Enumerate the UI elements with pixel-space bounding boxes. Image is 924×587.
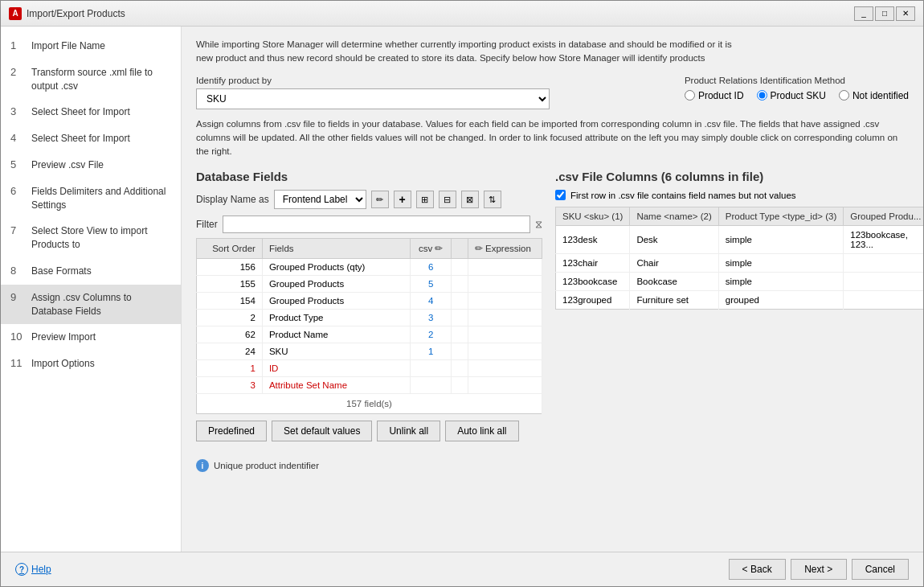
sort-order-cell: 156 — [197, 259, 263, 276]
radio-product-id-input[interactable] — [685, 90, 695, 101]
predefined-button[interactable]: Predefined — [196, 421, 267, 441]
sort-icon-button[interactable]: ⇅ — [484, 191, 501, 208]
sidebar-label-10: Preview Import — [31, 330, 96, 344]
csv-link[interactable]: 6 — [428, 262, 433, 272]
identify-left: Identify product by SKU Product ID Produ… — [196, 76, 652, 109]
csv-grouped-4 — [844, 291, 923, 310]
csv-grouped-2 — [844, 254, 923, 273]
expr-cell — [468, 259, 542, 276]
csv-name-1: Desk — [630, 226, 718, 254]
sidebar-item-4[interactable]: 4 Select Sheet for Import — [1, 125, 181, 152]
radio-not-identified[interactable]: Not identified — [839, 90, 909, 101]
sidebar-item-11[interactable]: 11 Import Options — [1, 351, 181, 377]
sidebar-item-6[interactable]: 6 Fields Delimiters and Additional Setti… — [1, 179, 181, 219]
auto-link-button[interactable]: Auto link all — [445, 421, 518, 441]
csv-grouped-1: 123bookcase, 123... — [844, 226, 923, 254]
csv-link[interactable]: 4 — [428, 296, 433, 306]
close-button[interactable]: ✕ — [896, 6, 915, 21]
cancel-button[interactable]: Cancel — [852, 559, 909, 580]
csv-sku-2: 123chair — [556, 254, 630, 273]
csv-cell: 5 — [411, 276, 452, 293]
csv-cell: 2 — [411, 326, 452, 343]
radio-product-sku-input[interactable] — [757, 90, 767, 101]
empty-cell — [452, 343, 468, 360]
edit-icon-button[interactable]: ✏ — [371, 191, 389, 208]
radio-product-id-label: Product ID — [698, 90, 744, 101]
radio-not-identified-input[interactable] — [839, 90, 849, 101]
sidebar-num-1: 1 — [10, 39, 25, 51]
identify-select[interactable]: SKU Product ID Product Name — [196, 88, 550, 109]
expr-cell — [468, 293, 542, 310]
display-name-row: Display Name as Frontend Label Attribute… — [196, 190, 542, 209]
sidebar-item-9[interactable]: 9 Assign .csv Columns to Database Fields — [1, 285, 181, 325]
maximize-button[interactable]: □ — [875, 6, 894, 21]
sidebar-item-5[interactable]: 5 Preview .csv File — [1, 152, 181, 179]
filter-input[interactable] — [223, 216, 530, 233]
nav-buttons: < Back Next > Cancel — [729, 559, 909, 580]
unique-hint: i Unique product indentifier — [196, 459, 319, 472]
csv-link[interactable]: 2 — [428, 330, 433, 339]
sidebar-num-10: 10 — [10, 330, 25, 343]
csv-table-header: SKU <sku> (1) Name <name> (2) Product Ty… — [556, 207, 924, 226]
sidebar-item-10[interactable]: 10 Preview Import — [1, 324, 181, 351]
identify-label: Identify product by — [196, 76, 652, 85]
csv-row-1: 123desk Desk simple 123bookcase, 123... — [556, 226, 924, 254]
help-icon: ? — [15, 563, 28, 576]
th-fields: Fields — [262, 239, 410, 259]
csv-type-3: simple — [718, 273, 844, 291]
filter-funnel-icon[interactable]: ⧖ — [535, 218, 542, 231]
csv-name-2: Chair — [630, 254, 718, 273]
csv-first-row-checkbox[interactable] — [555, 190, 566, 200]
csv-grouped-3 — [844, 273, 923, 291]
action-buttons: Predefined Set default values Unlink all… — [196, 421, 542, 441]
sidebar-num-5: 5 — [10, 158, 25, 170]
unlink-all-button[interactable]: Unlink all — [377, 421, 440, 441]
radio-product-sku[interactable]: Product SKU — [757, 90, 826, 101]
unique-hint-text: Unique product indentifier — [214, 461, 319, 470]
expr-cell — [468, 310, 542, 326]
sidebar-item-8[interactable]: 8 Base Formats — [1, 258, 181, 285]
filter-label: Filter — [196, 219, 218, 230]
sort-order-cell-red2: 3 — [197, 377, 263, 394]
csv-link[interactable]: 3 — [428, 313, 433, 322]
right-panel: While importing Store Manager will deter… — [182, 27, 923, 552]
expr-cell — [468, 276, 542, 293]
add-icon-button[interactable]: + — [394, 191, 411, 208]
filter-row: Filter ⧖ — [196, 216, 542, 233]
table-row: 154 Grouped Products 4 — [197, 293, 542, 310]
csv-sku-1: 123desk — [556, 226, 630, 254]
sidebar-item-3[interactable]: 3 Select Sheet for Import — [1, 99, 181, 125]
help-link[interactable]: ? Help — [15, 563, 51, 576]
radio-not-identified-label: Not identified — [852, 90, 909, 101]
back-button[interactable]: < Back — [729, 559, 786, 580]
csv-link[interactable]: 5 — [428, 279, 433, 289]
field-name-cell: Product Name — [262, 326, 410, 343]
next-button[interactable]: Next > — [791, 559, 847, 580]
csv-link[interactable]: 1 — [428, 347, 433, 356]
table-row: 155 Grouped Products 5 — [197, 276, 542, 293]
minimize-button[interactable]: _ — [854, 6, 873, 21]
th-product-type: Product Type <type_id> (3) — [718, 207, 844, 226]
grid2-icon-button[interactable]: ⊟ — [439, 191, 456, 208]
field-count-row: 157 field(s) — [197, 394, 542, 414]
sidebar: 1 Import File Name 2 Transform source .x… — [1, 27, 182, 552]
grid3-icon-button[interactable]: ⊠ — [461, 191, 479, 208]
radio-product-sku-label: Product SKU — [771, 90, 826, 101]
product-relations-label: Product Relations Identification Method — [685, 76, 909, 85]
csv-type-4: grouped — [718, 291, 844, 310]
radio-product-id[interactable]: Product ID — [685, 90, 744, 101]
empty-cell — [452, 259, 468, 276]
sort-order-cell: 154 — [197, 293, 263, 310]
set-default-button[interactable]: Set default values — [272, 421, 372, 441]
sidebar-item-1[interactable]: 1 Import File Name — [1, 33, 181, 60]
sidebar-label-7: Select Store View to import Products to — [31, 224, 171, 252]
display-name-select[interactable]: Frontend Label Attribute Code Both — [274, 190, 366, 209]
sidebar-item-2[interactable]: 2 Transform source .xml file to output .… — [1, 60, 181, 100]
grid-icon-button[interactable]: ⊞ — [416, 191, 434, 208]
main-content: 1 Import File Name 2 Transform source .x… — [1, 27, 923, 552]
csv-panel-title: .csv File Columns (6 columns in file) — [555, 170, 909, 183]
csv-cell: 1 — [411, 343, 452, 360]
sidebar-num-3: 3 — [10, 105, 25, 117]
sidebar-item-7[interactable]: 7 Select Store View to import Products t… — [1, 218, 181, 258]
csv-checkbox-label: First row in .csv file contains field na… — [570, 191, 796, 200]
